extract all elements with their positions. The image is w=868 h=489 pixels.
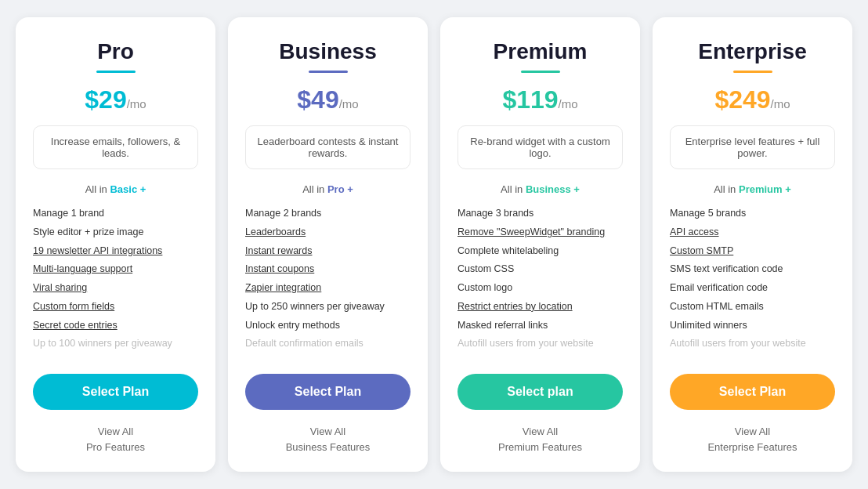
feature-item: Unlock entry methods (245, 318, 410, 333)
plan-features-list: Manage 3 brandsRemove "SweepWidget" bran… (458, 206, 623, 355)
view-all-link[interactable]: View AllPro Features (33, 424, 198, 455)
feature-item: Manage 3 brands (458, 206, 623, 221)
plan-description: Enterprise level features + full power. (670, 125, 835, 169)
plan-name: Enterprise (670, 39, 835, 64)
feature-item: Manage 1 brand (33, 206, 198, 221)
plan-price-row: $29/mo (33, 85, 198, 114)
plan-description: Re-brand widget with a custom logo. (458, 125, 623, 169)
plan-price-row: $49/mo (245, 85, 410, 114)
feature-item: Autofill users from your website (458, 336, 623, 351)
feature-item: Zapier integration (245, 281, 410, 295)
plan-price-period: /mo (771, 97, 790, 110)
plan-divider (96, 71, 136, 73)
select-plan-button[interactable]: Select plan (458, 374, 623, 410)
feature-item: Custom SMTP (670, 244, 835, 259)
feature-item: 19 newsletter API integrations (33, 244, 198, 259)
plan-card-business: Business $49/mo Leaderboard contests & i… (228, 17, 428, 472)
plan-includes: All in Premium + (670, 183, 835, 195)
plan-features-list: Manage 1 brandStyle editor + prize image… (33, 206, 198, 355)
plan-price: $249 (714, 85, 770, 114)
feature-item: Email verification code (670, 281, 835, 295)
plan-card-enterprise: Enterprise $249/mo Enterprise level feat… (653, 17, 852, 472)
feature-item: API access (670, 225, 835, 240)
feature-item: Autofill users from your website (670, 336, 835, 351)
plans-container: Pro $29/mo Increase emails, followers, &… (16, 17, 852, 472)
plan-price: $29 (85, 85, 126, 114)
plan-divider (733, 71, 772, 73)
feature-item: Secret code entries (33, 318, 198, 333)
feature-item: Multi-language support (33, 262, 198, 277)
plan-price: $119 (502, 85, 558, 114)
feature-item: SMS text verification code (670, 262, 835, 277)
feature-item: Remove "SweepWidget" branding (458, 225, 623, 240)
feature-item: Unlimited winners (670, 318, 835, 333)
plan-name: Business (245, 39, 410, 64)
feature-item: Leaderboards (245, 225, 410, 240)
plan-card-premium: Premium $119/mo Re-brand widget with a c… (440, 17, 640, 472)
select-plan-button[interactable]: Select Plan (33, 374, 198, 410)
plan-description: Increase emails, followers, & leads. (33, 125, 198, 169)
plan-includes-highlight: Business + (526, 183, 580, 195)
feature-item: Manage 5 brands (670, 206, 835, 221)
feature-item: Manage 2 brands (245, 206, 410, 221)
select-plan-button[interactable]: Select Plan (245, 374, 410, 410)
plan-price-period: /mo (559, 97, 578, 110)
plan-includes-highlight: Basic + (110, 183, 146, 195)
plan-includes: All in Basic + (33, 183, 198, 195)
plan-includes-highlight: Premium + (739, 183, 791, 195)
feature-item: Up to 250 winners per giveaway (245, 299, 410, 314)
plan-price: $49 (297, 85, 338, 114)
feature-item: Custom CSS (458, 262, 623, 277)
feature-item: Masked referral links (458, 318, 623, 333)
feature-item: Custom logo (458, 281, 623, 295)
feature-item: Custom form fields (33, 299, 198, 314)
plan-price-period: /mo (339, 97, 359, 110)
plan-features-list: Manage 5 brandsAPI accessCustom SMTPSMS … (670, 206, 835, 355)
plan-description: Leaderboard contests & instant rewards. (245, 125, 410, 169)
plan-includes: All in Pro + (245, 183, 410, 195)
plan-includes-highlight: Pro + (327, 183, 353, 195)
plan-price-row: $249/mo (670, 85, 835, 114)
plan-name: Premium (458, 39, 623, 64)
plan-card-pro: Pro $29/mo Increase emails, followers, &… (16, 17, 215, 472)
view-all-link[interactable]: View AllPremium Features (458, 424, 623, 455)
plan-name: Pro (33, 39, 198, 64)
view-all-link[interactable]: View AllEnterprise Features (670, 424, 835, 455)
feature-item: Viral sharing (33, 281, 198, 295)
plan-includes: All in Business + (458, 183, 623, 195)
plan-features-list: Manage 2 brandsLeaderboardsInstant rewar… (245, 206, 410, 355)
feature-item: Complete whitelabeling (458, 244, 623, 259)
feature-item: Style editor + prize image (33, 225, 198, 240)
feature-item: Custom HTML emails (670, 299, 835, 314)
feature-item: Restrict entries by location (458, 299, 623, 314)
select-plan-button[interactable]: Select Plan (670, 374, 835, 410)
plan-divider (309, 71, 348, 73)
feature-item: Default confirmation emails (245, 336, 410, 351)
plan-price-row: $119/mo (458, 85, 623, 114)
view-all-link[interactable]: View AllBusiness Features (245, 424, 410, 455)
plan-price-period: /mo (127, 97, 146, 110)
plan-divider (521, 71, 560, 73)
feature-item: Up to 100 winners per giveaway (33, 336, 198, 351)
feature-item: Instant coupons (245, 262, 410, 277)
feature-item: Instant rewards (245, 244, 410, 259)
